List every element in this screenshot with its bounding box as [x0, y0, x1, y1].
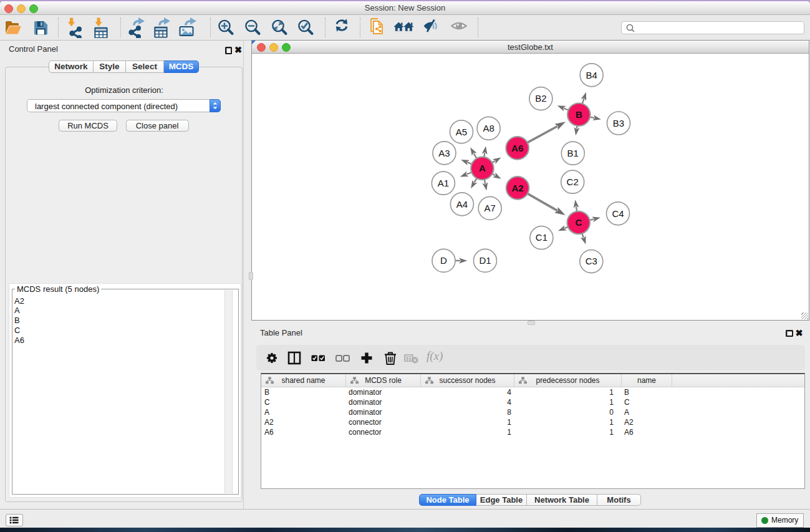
svg-text:A8: A8 [483, 123, 494, 133]
svg-text:A2: A2 [512, 183, 524, 193]
svg-text:A6: A6 [511, 143, 523, 153]
svg-text:A7: A7 [485, 203, 496, 213]
svg-text:D1: D1 [479, 255, 491, 266]
svg-text:C2: C2 [567, 177, 579, 187]
svg-text:A4: A4 [456, 199, 468, 210]
svg-text:C1: C1 [536, 232, 547, 243]
svg-text:C4: C4 [612, 208, 624, 219]
svg-text:B2: B2 [535, 93, 546, 104]
svg-text:A5: A5 [456, 127, 467, 137]
svg-text:B3: B3 [613, 118, 624, 128]
svg-text:D: D [440, 255, 447, 266]
svg-text:B1: B1 [567, 148, 579, 158]
svg-text:A: A [479, 163, 486, 173]
svg-text:B: B [576, 109, 582, 120]
svg-text:C3: C3 [586, 256, 597, 266]
svg-text:A1: A1 [438, 178, 449, 188]
svg-text:C: C [575, 217, 582, 228]
svg-text:B4: B4 [586, 70, 597, 80]
svg-text:A3: A3 [438, 148, 450, 158]
